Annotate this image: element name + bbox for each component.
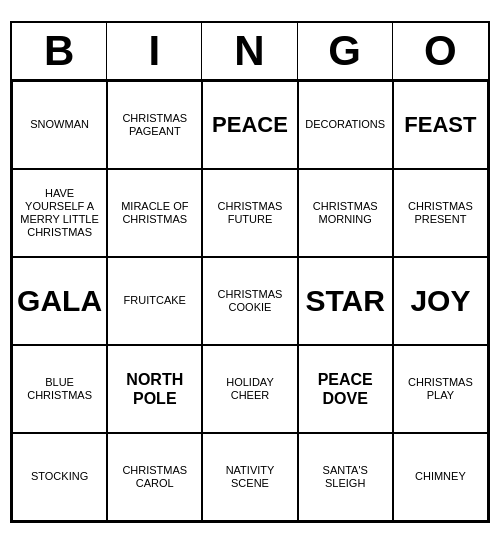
header-letter: N [202,23,297,79]
header-letter: G [298,23,393,79]
bingo-cell: HOLIDAY CHEER [202,345,297,433]
bingo-cell: PEACE [202,81,297,169]
bingo-cell: STAR [298,257,393,345]
header-letter: O [393,23,488,79]
bingo-cell: CHRISTMAS PLAY [393,345,488,433]
bingo-cell: GALA [12,257,107,345]
bingo-cell: PEACE DOVE [298,345,393,433]
bingo-cell: HAVE YOURSELF A MERRY LITTLE CHRISTMAS [12,169,107,257]
bingo-header: BINGO [12,23,488,81]
bingo-cell: DECORATIONS [298,81,393,169]
bingo-cell: SNOWMAN [12,81,107,169]
bingo-cell: SANTA'S SLEIGH [298,433,393,521]
bingo-cell: CHRISTMAS PAGEANT [107,81,202,169]
bingo-cell: MIRACLE OF CHRISTMAS [107,169,202,257]
bingo-cell: CHRISTMAS COOKIE [202,257,297,345]
bingo-cell: FEAST [393,81,488,169]
bingo-cell: CHIMNEY [393,433,488,521]
bingo-cell: CHRISTMAS PRESENT [393,169,488,257]
header-letter: I [107,23,202,79]
bingo-grid: SNOWMANCHRISTMAS PAGEANTPEACEDECORATIONS… [12,81,488,521]
bingo-cell: CHRISTMAS CAROL [107,433,202,521]
bingo-card: BINGO SNOWMANCHRISTMAS PAGEANTPEACEDECOR… [10,21,490,523]
bingo-cell: BLUE CHRISTMAS [12,345,107,433]
header-letter: B [12,23,107,79]
bingo-cell: FRUITCAKE [107,257,202,345]
bingo-cell: NORTH POLE [107,345,202,433]
bingo-cell: STOCKING [12,433,107,521]
bingo-cell: CHRISTMAS MORNING [298,169,393,257]
bingo-cell: CHRISTMAS FUTURE [202,169,297,257]
bingo-cell: JOY [393,257,488,345]
bingo-cell: NATIVITY SCENE [202,433,297,521]
